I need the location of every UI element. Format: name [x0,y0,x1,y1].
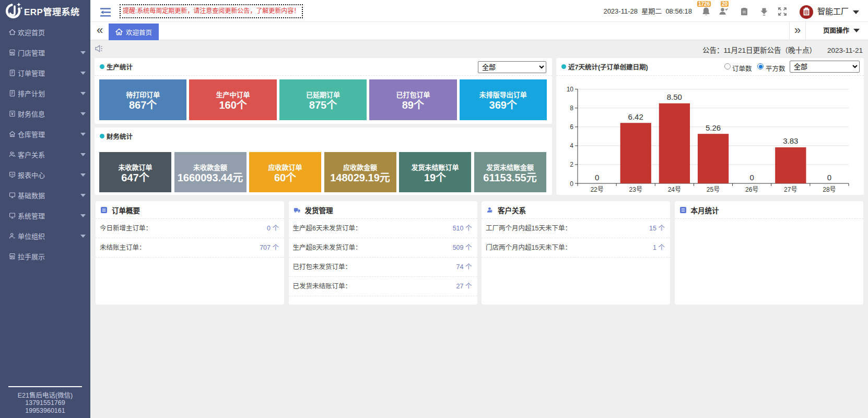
svg-text:10: 10 [567,86,574,93]
svg-text:8.50: 8.50 [667,92,682,101]
svg-text:24号: 24号 [668,186,681,193]
svg-text:25号: 25号 [707,186,720,193]
svg-text:0: 0 [595,173,599,182]
svg-text:6: 6 [570,123,573,131]
svg-text:3.83: 3.83 [783,136,798,145]
svg-text:2: 2 [570,161,573,168]
svg-text:26号: 26号 [745,186,758,193]
svg-text:23号: 23号 [629,186,642,193]
svg-text:22号: 22号 [590,186,603,193]
svg-text:6.42: 6.42 [628,112,643,121]
svg-text:8: 8 [570,104,573,112]
svg-text:0: 0 [827,173,831,182]
svg-text:0: 0 [749,173,754,182]
svg-text:5.26: 5.26 [706,123,721,132]
svg-text:4: 4 [570,142,573,149]
svg-text:28号: 28号 [823,186,836,193]
svg-text:0: 0 [570,180,573,188]
svg-text:27号: 27号 [784,186,797,193]
